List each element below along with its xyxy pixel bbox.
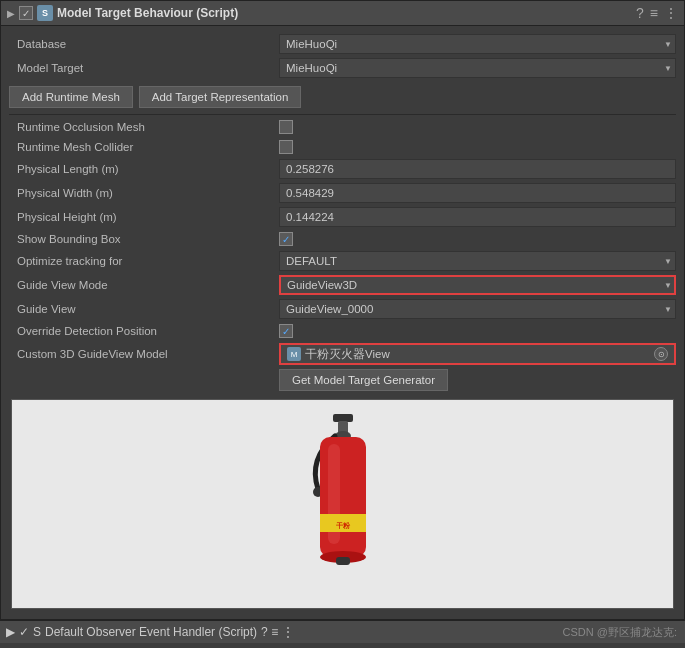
bottom-collapse-arrow-icon[interactable]: ▶ <box>6 625 15 639</box>
object-select-circle-button[interactable]: ⊙ <box>654 347 668 361</box>
override-detection-row: Override Detection Position ✓ <box>9 321 676 341</box>
object-icon: M <box>287 347 301 361</box>
bottom-help-icon[interactable]: ? <box>261 625 268 639</box>
bottom-script-icon: S <box>33 625 41 639</box>
bottom-panel-header: ▶ ✓ S Default Observer Event Handler (Sc… <box>0 620 685 643</box>
runtime-occlusion-row: Runtime Occlusion Mesh <box>9 117 676 137</box>
guide-view-label: Guide View <box>9 303 279 315</box>
database-value-wrapper: MieHuoQi <box>279 34 676 54</box>
svg-rect-9 <box>336 557 350 565</box>
guide-view-mode-dropdown[interactable]: GuideView3D <box>279 275 676 295</box>
show-bounding-checkbox[interactable]: ✓ <box>279 232 293 246</box>
override-detection-value: ✓ <box>279 324 676 338</box>
divider-1 <box>9 114 676 115</box>
runtime-occlusion-label: Runtime Occlusion Mesh <box>9 121 279 133</box>
physical-height-value[interactable]: 0.144224 <box>279 207 676 227</box>
optimize-dropdown-wrapper: DEFAULT <box>279 251 676 271</box>
svg-rect-0 <box>333 414 353 422</box>
add-runtime-mesh-button[interactable]: Add Runtime Mesh <box>9 86 133 108</box>
custom-3d-row: Custom 3D GuideView Model M 干粉灭火器View ⊙ <box>9 341 676 367</box>
model-target-dropdown-wrapper: MieHuoQi <box>279 58 676 78</box>
panel-title: Model Target Behaviour (Script) <box>57 6 632 20</box>
svg-rect-4 <box>320 437 366 557</box>
preview-area: 干粉 <box>11 399 674 609</box>
physical-width-value[interactable]: 0.548429 <box>279 183 676 203</box>
database-label: Database <box>9 38 279 50</box>
custom-3d-object-field[interactable]: M 干粉灭火器View ⊙ <box>279 343 676 365</box>
guide-view-dropdown[interactable]: GuideView_0000 <box>279 299 676 319</box>
main-panel: ▶ ✓ S Model Target Behaviour (Script) ? … <box>0 0 685 620</box>
guide-view-mode-value-wrapper: GuideView3D <box>279 275 676 295</box>
custom-3d-label: Custom 3D GuideView Model <box>9 348 279 360</box>
enable-checkbox[interactable]: ✓ <box>19 6 33 20</box>
model-target-dropdown[interactable]: MieHuoQi <box>279 58 676 78</box>
get-model-btn-row: Get Model Target Generator <box>9 367 676 395</box>
panel-header: ▶ ✓ S Model Target Behaviour (Script) ? … <box>1 1 684 26</box>
overflow-icon[interactable]: ⋮ <box>664 5 678 21</box>
collapse-arrow-icon[interactable]: ▶ <box>7 8 15 19</box>
menu-icon[interactable]: ≡ <box>650 5 658 21</box>
physical-width-value-wrapper: 0.548429 <box>279 183 676 203</box>
watermark-text: CSDN @野区捕龙达克: <box>563 625 677 640</box>
fire-extinguisher-preview: 干粉 <box>278 409 408 599</box>
runtime-mesh-collider-checkbox[interactable] <box>279 140 293 154</box>
optimize-value-wrapper: DEFAULT <box>279 251 676 271</box>
guide-view-row: Guide View GuideView_0000 <box>9 297 676 321</box>
guide-view-mode-row: Guide View Mode GuideView3D <box>9 273 676 297</box>
bottom-enable-checkbox[interactable]: ✓ <box>19 625 29 639</box>
database-dropdown[interactable]: MieHuoQi <box>279 34 676 54</box>
get-model-target-generator-button[interactable]: Get Model Target Generator <box>279 369 448 391</box>
svg-text:干粉: 干粉 <box>336 522 351 530</box>
custom-3d-object-name: 干粉灭火器View <box>305 347 650 362</box>
panel-body: Database MieHuoQi Model Target MieHuoQi <box>1 26 684 619</box>
optimize-row: Optimize tracking for DEFAULT <box>9 249 676 273</box>
show-bounding-row: Show Bounding Box ✓ <box>9 229 676 249</box>
optimize-dropdown[interactable]: DEFAULT <box>279 251 676 271</box>
override-detection-checkbox[interactable]: ✓ <box>279 324 293 338</box>
runtime-mesh-collider-value <box>279 140 676 154</box>
override-detection-label: Override Detection Position <box>9 325 279 337</box>
show-bounding-value: ✓ <box>279 232 676 246</box>
physical-width-label: Physical Width (m) <box>9 187 279 199</box>
optimize-label: Optimize tracking for <box>9 255 279 267</box>
custom-3d-value-wrapper: M 干粉灭火器View ⊙ <box>279 343 676 365</box>
physical-height-value-wrapper: 0.144224 <box>279 207 676 227</box>
header-icons: ? ≡ ⋮ <box>636 5 678 21</box>
model-target-label: Model Target <box>9 62 279 74</box>
model-target-row: Model Target MieHuoQi <box>9 56 676 80</box>
guide-view-dropdown-wrapper: GuideView_0000 <box>279 299 676 319</box>
guide-view-mode-dropdown-wrapper: GuideView3D <box>279 275 676 295</box>
runtime-mesh-collider-label: Runtime Mesh Collider <box>9 141 279 153</box>
physical-height-row: Physical Height (m) 0.144224 <box>9 205 676 229</box>
script-icon: S <box>37 5 53 21</box>
physical-length-value-wrapper: 0.258276 <box>279 159 676 179</box>
runtime-mesh-collider-row: Runtime Mesh Collider <box>9 137 676 157</box>
model-target-value-wrapper: MieHuoQi <box>279 58 676 78</box>
show-bounding-label: Show Bounding Box <box>9 233 279 245</box>
add-target-representation-button[interactable]: Add Target Representation <box>139 86 302 108</box>
runtime-occlusion-value <box>279 120 676 134</box>
bottom-menu-icon[interactable]: ≡ <box>271 625 278 639</box>
physical-length-label: Physical Length (m) <box>9 163 279 175</box>
guide-view-mode-label: Guide View Mode <box>9 279 279 291</box>
database-row: Database MieHuoQi <box>9 32 676 56</box>
database-dropdown-wrapper: MieHuoQi <box>279 34 676 54</box>
guide-view-value-wrapper: GuideView_0000 <box>279 299 676 319</box>
help-icon[interactable]: ? <box>636 5 644 21</box>
bottom-header-icons: ? ≡ ⋮ <box>261 625 293 639</box>
physical-length-value[interactable]: 0.258276 <box>279 159 676 179</box>
physical-height-label: Physical Height (m) <box>9 211 279 223</box>
bottom-panel-title: Default Observer Event Handler (Script) <box>45 625 257 639</box>
bottom-overflow-icon[interactable]: ⋮ <box>282 625 294 639</box>
physical-length-row: Physical Length (m) 0.258276 <box>9 157 676 181</box>
buttons-row: Add Runtime Mesh Add Target Representati… <box>9 80 676 112</box>
runtime-occlusion-checkbox[interactable] <box>279 120 293 134</box>
physical-width-row: Physical Width (m) 0.548429 <box>9 181 676 205</box>
